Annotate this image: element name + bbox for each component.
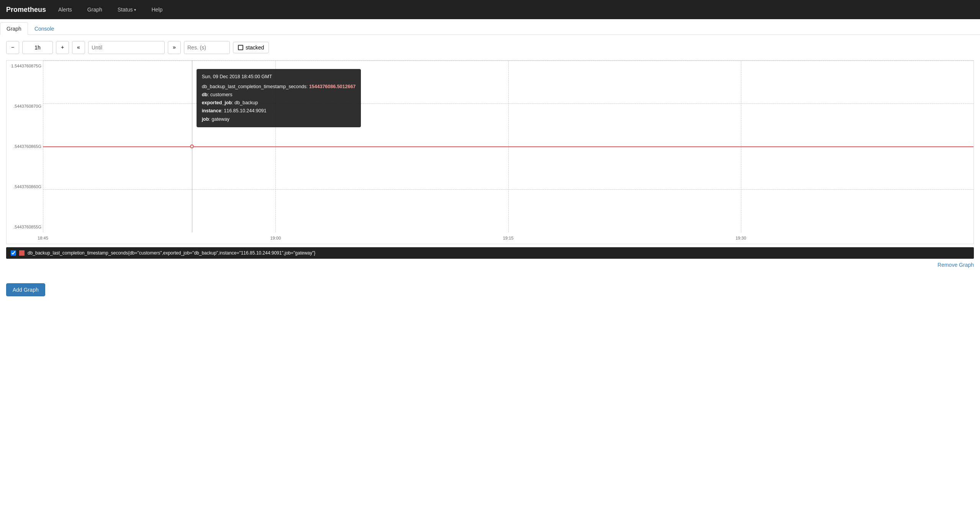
stacked-label: stacked (246, 44, 264, 51)
x-label-2: 19:15 (503, 236, 514, 240)
navbar: Prometheus Alerts Graph Status ▾ Help (0, 0, 980, 19)
back-button[interactable]: « (72, 41, 85, 54)
y-label-2: .5443760870G (13, 104, 41, 108)
tooltip-job: job: gateway (202, 115, 356, 123)
y-label-4: .5443760860G (13, 184, 41, 189)
legend-series-label: db_backup_last_completion_timestamp_seco… (28, 250, 315, 256)
tooltip-metric-name: db_backup_last_completion_timestamp_seco… (202, 84, 309, 89)
x-label-3: 19:30 (736, 236, 746, 240)
nav-status-dropdown[interactable]: Status ▾ (115, 5, 139, 14)
duration-input[interactable] (22, 41, 53, 54)
nav-help[interactable]: Help (148, 5, 166, 14)
tab-console[interactable]: Console (28, 22, 61, 35)
stacked-icon (238, 45, 243, 50)
y-label-3: .5443760865G (13, 144, 41, 149)
nav-alerts[interactable]: Alerts (55, 5, 75, 14)
zoom-out-button[interactable]: − (6, 41, 19, 54)
legend-color-swatch (19, 250, 25, 256)
toolbar: − + « » stacked (6, 41, 974, 54)
tooltip-metric-value: 1544376086.5012667 (309, 84, 356, 89)
nav-graph[interactable]: Graph (84, 5, 105, 14)
tab-bar: Graph Console (0, 19, 980, 35)
resolution-input[interactable] (184, 41, 230, 54)
stacked-button[interactable]: stacked (233, 42, 269, 53)
remove-graph-link[interactable]: Remove Graph (937, 262, 974, 268)
nav-status-label: Status (118, 7, 133, 13)
x-label-0: 18:45 (38, 236, 48, 240)
add-graph-section: Add Graph (0, 277, 980, 302)
tooltip: Sun, 09 Dec 2018 18:45:00 GMT db_backup_… (197, 69, 361, 127)
tooltip-timestamp: Sun, 09 Dec 2018 18:45:00 GMT (202, 73, 356, 81)
add-graph-button[interactable]: Add Graph (6, 283, 45, 296)
chart-area: Sun, 09 Dec 2018 18:45:00 GMT db_backup_… (43, 61, 973, 232)
tab-graph[interactable]: Graph (0, 22, 28, 35)
crosshair-line (192, 61, 192, 232)
app-brand: Prometheus (6, 6, 46, 14)
x-label-1: 19:00 (270, 236, 281, 240)
tooltip-db: db: customers (202, 91, 356, 99)
tooltip-exported-job: exported_job: db_backup (202, 99, 356, 107)
chevron-down-icon: ▾ (134, 8, 136, 12)
y-label-top: 1.5443760875G (11, 64, 41, 68)
graph-footer: Remove Graph (6, 259, 974, 271)
until-input[interactable] (88, 41, 165, 54)
main-content: Graph Console − + « » stacked 1.54437608… (0, 19, 980, 519)
legend-checkbox[interactable] (11, 250, 16, 256)
y-label-bot: .5443760855G (13, 225, 41, 229)
chart-container: 1.5443760875G .5443760870G .5443760865G … (6, 60, 974, 244)
data-line (43, 146, 973, 147)
x-axis: 18:45 19:00 19:15 19:30 (43, 232, 973, 244)
tooltip-instance: instance: 116.85.10.244:9091 (202, 107, 356, 115)
graph-panel: − + « » stacked 1.5443760875G .544376087… (0, 35, 980, 277)
legend-bar: db_backup_last_completion_timestamp_seco… (6, 247, 974, 259)
forward-button[interactable]: » (168, 41, 181, 54)
tooltip-metric-line: db_backup_last_completion_timestamp_seco… (202, 83, 356, 91)
zoom-in-button[interactable]: + (56, 41, 69, 54)
y-axis: 1.5443760875G .5443760870G .5443760865G … (7, 61, 43, 232)
